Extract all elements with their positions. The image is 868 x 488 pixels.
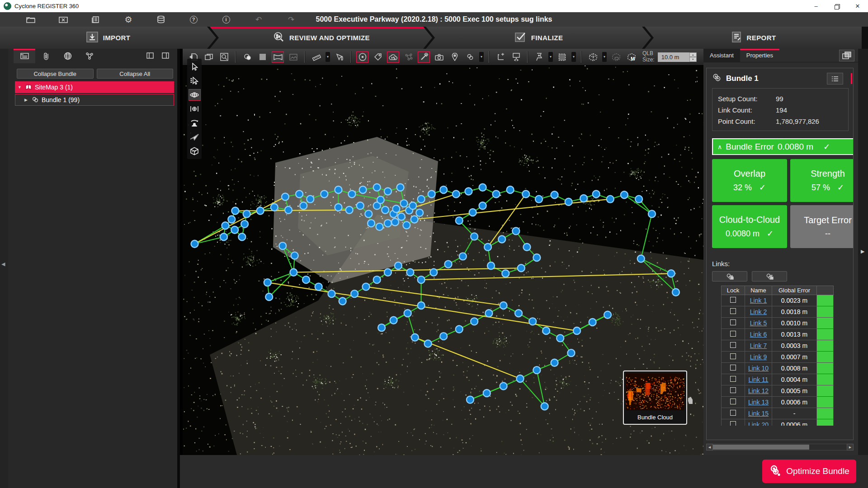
collapse-all-button[interactable]: Collapse All — [97, 69, 174, 79]
panel-expand-icon[interactable] — [145, 51, 156, 61]
geotag-icon[interactable] — [448, 52, 461, 63]
restore-button[interactable] — [826, 0, 847, 12]
lock-checkbox[interactable] — [730, 331, 736, 337]
link-name[interactable]: Link 2 — [750, 308, 767, 315]
tab-review-and-optimize[interactable]: REVIEW AND OPTIMIZE — [210, 27, 432, 49]
basemap-icon[interactable] — [533, 52, 545, 63]
cloud-icon[interactable] — [387, 52, 399, 63]
lock-checkbox[interactable] — [730, 410, 736, 416]
measure-dropdown-caret[interactable]: ▾ — [326, 52, 330, 62]
bundle-error-banner[interactable]: ∧ Bundle Error 0.0080 m ✓ — [712, 138, 854, 155]
image-view-icon[interactable] — [287, 52, 299, 63]
orbit-icon[interactable] — [189, 89, 201, 101]
expand-right-panel-arrow[interactable]: ▶ — [861, 249, 864, 254]
selection-icon[interactable] — [556, 52, 568, 63]
qlb-step-down-icon[interactable]: ▼ — [689, 57, 697, 62]
create-link-icon[interactable] — [418, 52, 430, 63]
link-name[interactable]: Link 1 — [750, 297, 767, 304]
tree-item-bundle[interactable]: ▶ Bundle 1 (99) — [15, 94, 174, 106]
duplicate-view-icon[interactable] — [203, 52, 215, 63]
panel-layout-button[interactable] — [839, 50, 854, 61]
unlock-links-button[interactable] — [752, 271, 787, 282]
probe-icon[interactable] — [333, 52, 345, 63]
lock-checkbox[interactable] — [730, 376, 736, 382]
basemap-dropdown-caret[interactable]: ▾ — [548, 52, 553, 62]
settings-gear-icon[interactable]: ⚙ — [123, 14, 134, 24]
lock-checkbox[interactable] — [730, 353, 736, 359]
scroll-right-icon[interactable]: ▶ — [847, 444, 854, 450]
panorama-icon[interactable] — [272, 52, 284, 63]
link-name[interactable]: Link 7 — [750, 342, 767, 349]
cloud-to-cloud-tile[interactable]: Cloud-to-Cloud 0.0080 m✓ — [712, 205, 787, 248]
turntable-icon[interactable] — [189, 117, 201, 129]
link-name[interactable]: Link 12 — [748, 387, 769, 394]
limit-box-icon[interactable] — [587, 52, 599, 63]
link-name[interactable]: Link 13 — [748, 399, 769, 406]
qlb-stepper[interactable]: ▲ ▼ — [689, 52, 697, 62]
tab-report[interactable]: REPORT — [645, 27, 862, 49]
strength-tile[interactable]: Strength 57 %✓ — [790, 159, 854, 202]
redo-icon[interactable]: ↷ — [285, 14, 297, 24]
measure-icon[interactable] — [310, 52, 322, 63]
storage-icon[interactable] — [155, 14, 167, 24]
bundle-menu-icon[interactable] — [464, 52, 476, 63]
limit-box-manual-icon[interactable]: M — [625, 52, 637, 63]
select-cursor-icon[interactable] — [189, 61, 201, 73]
present-icon[interactable] — [510, 52, 522, 63]
lock-checkbox[interactable] — [730, 297, 736, 303]
tab-properties[interactable]: Properties — [740, 49, 779, 62]
tab-finalize[interactable]: FINALIZE — [426, 27, 651, 49]
link-name[interactable]: Link 15 — [748, 410, 769, 417]
limit-box-view-icon[interactable] — [610, 52, 622, 63]
lock-links-button[interactable] — [712, 271, 747, 282]
zoom-fit-icon[interactable] — [218, 52, 230, 63]
tab-assistant[interactable]: Assistant — [703, 49, 740, 62]
reports-icon[interactable] — [90, 14, 102, 24]
collapse-bundle-button[interactable]: Collapse Bundle — [17, 69, 94, 79]
qlb-size-spinner[interactable]: 10.0 m ▲ ▼ — [658, 52, 697, 62]
tree-item-sitemap[interactable]: ▼ SiteMap 3 (1) — [15, 81, 174, 93]
info-icon[interactable]: i — [220, 14, 232, 24]
view-cube-icon[interactable] — [189, 145, 201, 157]
caret-right-icon[interactable]: ▶ — [24, 98, 29, 102]
pan-orbit-icon[interactable] — [189, 103, 201, 115]
lock-checkbox[interactable] — [730, 319, 736, 325]
link-name[interactable]: Link 5 — [750, 319, 767, 327]
camera-icon[interactable] — [433, 52, 445, 63]
multi-select-cursor-icon[interactable] — [189, 75, 201, 87]
lock-checkbox[interactable] — [730, 308, 736, 314]
scroll-left-icon[interactable]: ◀ — [706, 444, 713, 450]
lock-checkbox[interactable] — [730, 421, 736, 426]
lock-checkbox[interactable] — [730, 365, 736, 371]
lock-checkbox[interactable] — [730, 342, 736, 348]
col-header-name[interactable]: Name — [745, 286, 772, 295]
bundle-dropdown-caret[interactable]: ▾ — [479, 52, 484, 62]
caret-down-icon[interactable]: ▼ — [18, 85, 22, 89]
close-project-icon[interactable] — [57, 14, 69, 24]
col-header-global-error[interactable]: Global Error — [772, 286, 817, 295]
scrollbar-thumb[interactable] — [713, 445, 809, 450]
overlap-tile[interactable]: Overlap 32 %✓ — [712, 159, 787, 202]
col-header-lock[interactable]: Lock — [722, 286, 745, 295]
solid-view-icon[interactable] — [256, 52, 269, 63]
bundle-cloud-thumbnail[interactable]: Bundle Cloud — [623, 371, 687, 425]
setup-visibility-icon[interactable] — [356, 52, 368, 63]
tab-network[interactable] — [79, 49, 100, 63]
color-mode-icon[interactable] — [241, 52, 253, 63]
collapse-left-panel-arrow[interactable]: ◀ — [1, 261, 5, 267]
limit-box-dropdown-caret[interactable]: ▾ — [602, 52, 607, 62]
qlb-step-up-icon[interactable]: ▲ — [689, 52, 697, 57]
lock-checkbox[interactable] — [730, 387, 736, 393]
selection-dropdown-caret[interactable]: ▾ — [571, 52, 576, 62]
link-name[interactable]: Link 9 — [750, 353, 767, 361]
tab-sitemap-view[interactable] — [14, 49, 35, 63]
panel-pin-icon[interactable] — [160, 51, 171, 61]
close-button[interactable]: ✕ — [847, 0, 868, 12]
help-icon[interactable]: ? — [188, 14, 199, 24]
optimize-bundle-button[interactable]: Optimize Bundle — [762, 460, 856, 483]
link-name[interactable]: Link 6 — [750, 331, 767, 338]
tag-icon[interactable] — [372, 52, 384, 63]
move-setup-icon[interactable] — [495, 52, 507, 63]
undo-icon[interactable]: ↶ — [253, 14, 264, 24]
lock-checkbox[interactable] — [730, 399, 736, 404]
